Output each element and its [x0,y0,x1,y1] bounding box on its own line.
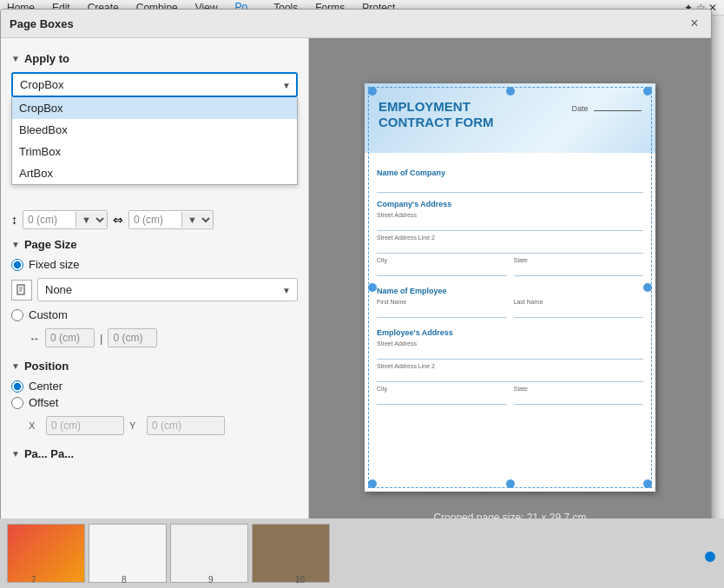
x-label: X [29,420,41,431]
center-option[interactable]: Center [11,380,298,393]
page-orientation-icon[interactable] [11,280,32,301]
apply-to-dropdown-list: CropBox BleedBox TrimBox ArtBox [11,97,298,185]
margin-row: ↕ ▼ ⇔ ▼ [11,210,298,229]
dropdown-item-bleedbox[interactable]: BleedBox [12,119,297,141]
dialog-close-button[interactable]: × [687,16,702,31]
custom-height-input[interactable] [108,328,157,347]
thumb-3[interactable] [170,524,248,583]
center-label: Center [29,380,63,393]
doc-content: Name of Company Company's Address Street… [365,153,655,417]
handle-bottom-left[interactable] [368,479,377,488]
thumb-page-num-3: 9 [208,575,214,585]
page-size-label: Page Size [24,238,77,251]
fixed-size-radio[interactable] [11,259,23,271]
margin-updown-icon: ↕ [11,213,17,227]
thumb-page-num-2: 8 [122,575,127,585]
margin-right-value[interactable] [129,211,181,228]
thumb-page-num-4: 10 [295,575,305,585]
field-street2 [377,241,643,254]
page-size-arrow: ▼ [11,240,20,249]
dropdown-item-cropbox[interactable]: CropBox [12,97,297,119]
orientation-svg [16,284,28,296]
section-company-name: Name of Company [377,168,643,177]
state-col2: State [514,386,644,408]
thumb-2[interactable] [89,524,167,583]
dialog-body: ▼ Apply to CropBox ▼ CropBox BleedBox Tr… [1,38,711,536]
city-col1: City [377,257,507,280]
y-input[interactable] [147,416,225,435]
field-firstname [377,306,507,318]
apply-to-label: Apply to [24,52,69,65]
custom-size-radio[interactable] [11,309,23,321]
label-city1: City [377,257,507,263]
fixed-size-label: Fixed size [29,258,80,271]
label-firstname: First Name [377,299,507,305]
handle-bottom-middle[interactable] [506,479,515,488]
offset-option[interactable]: Offset [11,396,298,409]
doc-date: Date [571,104,642,113]
margin-left-value[interactable] [23,211,76,228]
x-input[interactable] [46,416,124,435]
custom-size-label: Custom [29,308,68,321]
position-group: Center Offset [11,380,298,409]
thumb-1[interactable] [7,524,85,583]
apply-to-dropdown-wrapper: CropBox ▼ CropBox BleedBox TrimBox ArtBo… [11,72,298,97]
doc-date-label: Date [571,104,588,113]
page-size-dropdown-row: None ▼ [11,278,298,301]
page-size-select[interactable]: None [37,278,298,301]
section-employee-name: Name of Employee [377,287,643,295]
apply-to-arrow: ▼ [11,54,20,63]
doc-date-line [594,110,642,111]
label-street2: Street Address Line 2 [377,235,643,241]
margin-right-unit[interactable]: ▼ [181,212,213,228]
none-dropdown-wrapper: None ▼ [37,278,298,301]
city-col2: City [377,386,507,408]
field-state2 [514,393,644,405]
margin-left-unit[interactable]: ▼ [76,212,107,228]
offset-label: Offset [29,396,58,409]
field-city2 [377,393,507,405]
margin-left-input[interactable]: ▼ [23,210,108,229]
page-boxes-dialog: Page Boxes × ▼ Apply to CropBox ▼ CropBo… [0,9,712,582]
extra-section-header: ▼ Pa... Pa... [11,447,298,460]
section-employee-address: Employee's Address [377,328,643,337]
custom-height-value[interactable] [109,329,156,347]
firstname-col: First Name [377,299,507,321]
dropdown-item-artbox[interactable]: ArtBox [12,162,297,184]
field-lastname [514,306,644,318]
field-emp-street2 [377,370,643,382]
field-state1 [514,264,644,276]
label-lastname: Last Name [514,299,644,305]
custom-width-input[interactable] [45,328,95,347]
center-radio[interactable] [11,380,23,393]
state-col1: State [514,257,644,280]
thumb-4[interactable] [252,524,330,583]
label-emp-street2: Street Address Line 2 [377,363,643,369]
thumb-page-num-1: 7 [31,575,36,585]
height-divider-icon: | [100,332,102,345]
width-arrow-icon: ↔ [29,332,40,345]
handle-bottom-right[interactable] [643,479,652,488]
field-company-name [377,181,643,193]
custom-size-option[interactable]: Custom [11,308,298,321]
margin-right-input[interactable]: ▼ [128,210,214,229]
fixed-size-option[interactable]: Fixed size [11,258,298,271]
city-state-row1: City State [377,257,643,280]
doc-header: EMPLOYMENT CONTRACT FORM Date [365,83,655,153]
position-header: ▼ Position [11,360,298,373]
dialog-title: Page Boxes [10,17,74,30]
y-label: Y [129,420,142,431]
position-inputs: X Y [29,416,298,435]
position-label: Position [24,360,69,373]
custom-width-value[interactable] [46,329,94,347]
offset-radio[interactable] [11,397,23,409]
fixed-size-group: Fixed size [11,258,298,271]
name-row: First Name Last Name [377,299,643,321]
position-arrow: ▼ [11,361,20,371]
apply-to-select[interactable]: CropBox [11,72,298,97]
right-panel: EMPLOYMENT CONTRACT FORM Date Name of Co… [309,38,711,536]
field-emp-street [377,347,643,360]
doc-title-line2: CONTRACT FORM [378,115,642,130]
dropdown-item-trimbox[interactable]: TrimBox [12,141,297,162]
label-city2: City [377,386,507,392]
